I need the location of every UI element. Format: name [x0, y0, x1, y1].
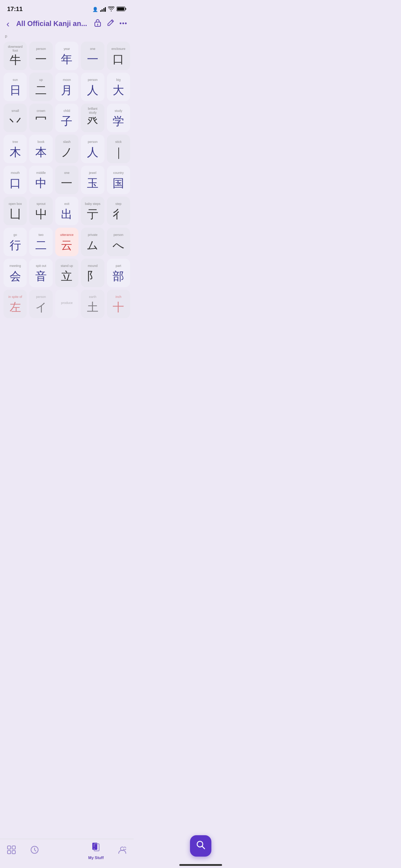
kanji-card[interactable]: tree木 [4, 135, 27, 163]
kanji-card[interactable]: country国 [107, 166, 130, 194]
back-button[interactable]: ‹ [6, 19, 10, 29]
card-char: 大 [113, 84, 124, 97]
kanji-card[interactable]: downward foot牛 [4, 42, 27, 70]
kanji-card[interactable]: exit出 [55, 197, 78, 225]
card-char: 立 [61, 270, 72, 283]
card-char: 阝 [87, 270, 98, 283]
nav-action-icons: ••• [94, 19, 127, 29]
kanji-card[interactable]: stand up立 [55, 259, 78, 287]
kanji-card[interactable]: spit out音 [29, 259, 52, 287]
kanji-card[interactable]: study学 [107, 104, 130, 132]
card-label: part [116, 263, 122, 269]
card-label: child [63, 108, 70, 114]
svg-rect-1 [117, 7, 124, 10]
kanji-card[interactable]: big大 [107, 73, 130, 101]
kanji-card[interactable]: baby steps亍 [81, 197, 104, 225]
kanji-card[interactable]: child子 [55, 104, 78, 132]
kanji-card[interactable]: earth土 [81, 290, 104, 318]
card-label: sprout [37, 201, 46, 207]
kanji-grid: downward foot牛person一year年one一enclosure口… [4, 42, 130, 318]
kanji-card[interactable]: stick｜ [107, 135, 130, 163]
card-label: mouth [11, 170, 20, 176]
kanji-card[interactable]: personへ [107, 228, 130, 256]
page-title: All Official Kanji an... [13, 20, 90, 28]
kanji-card[interactable]: mouth口 [4, 166, 27, 194]
card-char: 土 [87, 301, 98, 314]
kanji-card[interactable]: person一 [29, 42, 52, 70]
card-label: jewel [89, 170, 97, 176]
card-char: 二 [35, 239, 47, 252]
kanji-card[interactable]: year年 [55, 42, 78, 70]
kanji-card[interactable]: slashノ [55, 135, 78, 163]
kanji-card[interactable]: book本 [29, 135, 52, 163]
kanji-card[interactable]: sprout屮 [29, 197, 52, 225]
card-label: up [39, 77, 43, 83]
card-label: country [113, 170, 124, 176]
kanji-card[interactable]: person人 [81, 135, 104, 163]
card-label: one [64, 170, 70, 176]
card-char: 音 [35, 270, 47, 283]
card-label: slash [63, 139, 71, 145]
kanji-card[interactable]: utterance云 [55, 228, 78, 256]
kanji-card[interactable]: in spite of左 [4, 290, 27, 318]
card-char: 冖 [35, 115, 47, 128]
kanji-card[interactable]: step彳 [107, 197, 130, 225]
edit-icon[interactable] [107, 19, 114, 29]
kanji-card[interactable]: personイ [29, 290, 52, 318]
kanji-card[interactable]: produce [55, 290, 78, 318]
card-label: enclosure [112, 46, 125, 52]
card-char: 玉 [87, 177, 98, 190]
card-char: 口 [10, 177, 21, 190]
card-label: meeting [10, 263, 21, 269]
kanji-card[interactable]: person人 [81, 73, 104, 101]
kanji-card[interactable]: brillant study癶 [81, 104, 104, 132]
kanji-card[interactable]: enclosure口 [107, 42, 130, 70]
kanji-card[interactable]: one一 [55, 166, 78, 194]
kanji-card[interactable]: meeting会 [4, 259, 27, 287]
kanji-card[interactable]: part部 [107, 259, 130, 287]
card-char: 丷 [10, 115, 21, 128]
kanji-card[interactable]: mound阝 [81, 259, 104, 287]
card-label: tree [12, 139, 18, 145]
kanji-card[interactable]: crown冖 [29, 104, 52, 132]
card-char: 凵 [10, 208, 21, 221]
kanji-card[interactable]: sun日 [4, 73, 27, 101]
card-label: private [88, 232, 97, 238]
card-char: 出 [61, 208, 72, 221]
card-char: 癶 [87, 116, 98, 128]
kanji-card[interactable]: inch十 [107, 290, 130, 318]
kanji-card[interactable]: moon月 [55, 73, 78, 101]
status-time: 17:11 [7, 6, 22, 13]
kanji-card[interactable]: privateム [81, 228, 104, 256]
more-icon[interactable]: ••• [119, 20, 127, 27]
kanji-card[interactable]: open box凵 [4, 197, 27, 225]
card-label: person [36, 294, 46, 300]
kanji-card[interactable]: jewel玉 [81, 166, 104, 194]
card-char: 人 [87, 84, 98, 97]
card-char: 一 [87, 53, 98, 66]
card-char: 行 [10, 239, 21, 252]
kanji-card[interactable]: one一 [81, 42, 104, 70]
card-label: one [90, 46, 95, 52]
kanji-card[interactable]: go行 [4, 228, 27, 256]
lock-icon[interactable] [94, 19, 102, 29]
card-char: 一 [35, 53, 47, 66]
card-label: step [115, 201, 122, 207]
card-label: inch [115, 294, 122, 300]
card-char: 木 [10, 146, 21, 159]
kanji-card[interactable]: middle中 [29, 166, 52, 194]
kanji-grid-container: downward foot牛person一year年one一enclosure口… [0, 40, 134, 354]
card-label: person [88, 139, 98, 145]
card-label: spit out [36, 263, 46, 269]
card-char: ノ [61, 146, 73, 159]
card-char: 月 [61, 84, 72, 97]
card-char: へ [113, 239, 124, 252]
card-char: ｜ [113, 146, 124, 159]
card-char: 日 [10, 84, 21, 97]
card-label: person [36, 46, 46, 52]
card-char: 部 [113, 270, 124, 283]
kanji-card[interactable]: small丷 [4, 104, 27, 132]
kanji-card[interactable]: two二 [29, 228, 52, 256]
kanji-card[interactable]: up二 [29, 73, 52, 101]
card-label: exit [64, 201, 69, 207]
